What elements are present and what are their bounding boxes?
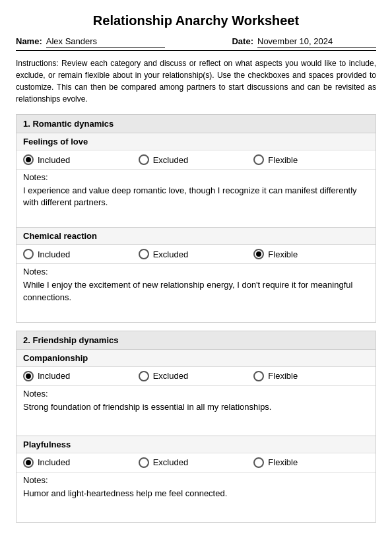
instructions-text: Instructions: Review each category and d…: [16, 57, 376, 105]
cat-companionship-title: Companionship: [16, 350, 376, 366]
cat-chemical-reaction-notes-text: While I enjoy the excitement of new rela…: [16, 277, 376, 308]
cat-playfulness-radio-excluded: [139, 457, 149, 468]
cat-chemical-reaction-option-included[interactable]: Included: [23, 249, 139, 259]
cat-chemical-reaction-radio-flexible: [253, 249, 264, 259]
cat-chemical-reaction: Chemical reactionIncludedExcludedFlexibl…: [16, 227, 376, 321]
cat-companionship-notes-extra: [16, 422, 376, 436]
cat-chemical-reaction-option-excluded[interactable]: Excluded: [139, 249, 254, 259]
cat-companionship-radio-included: [23, 371, 34, 381]
cat-companionship-label-flexible: Flexible: [268, 371, 298, 381]
cat-chemical-reaction-notes-label: Notes:: [23, 267, 48, 277]
cat-feelings-of-love-radio-row: IncludedExcludedFlexible: [16, 150, 376, 169]
cat-playfulness-label-included: Included: [38, 457, 70, 467]
cat-feelings-of-love-option-included[interactable]: Included: [23, 154, 139, 165]
name-label: Name:: [16, 36, 42, 46]
cat-chemical-reaction-option-flexible[interactable]: Flexible: [253, 249, 369, 259]
cat-playfulness-notes-extra: [16, 509, 376, 522]
cat-feelings-of-love-radio-excluded: [139, 154, 149, 165]
cat-playfulness-option-excluded[interactable]: Excluded: [139, 457, 254, 468]
cat-feelings-of-love-label-excluded: Excluded: [153, 155, 188, 165]
cat-companionship-notes-label: Notes:: [23, 389, 48, 399]
cat-chemical-reaction-label-included: Included: [38, 249, 70, 259]
cat-playfulness-notes-text: Humor and light-heartedness help me feel…: [16, 485, 376, 509]
cat-playfulness-label-excluded: Excluded: [153, 457, 188, 467]
cat-chemical-reaction-radio-row: IncludedExcludedFlexible: [16, 244, 376, 263]
cat-playfulness: PlayfulnessIncludedExcludedFlexibleNotes…: [16, 436, 376, 522]
cat-playfulness-radio-flexible: [253, 457, 264, 468]
section-1-header: 1. Romantic dynamics: [16, 115, 376, 133]
cat-playfulness-option-flexible[interactable]: Flexible: [253, 457, 369, 468]
cat-chemical-reaction-notes-label-row: Notes:: [16, 263, 376, 277]
cat-playfulness-radio-row: IncludedExcludedFlexible: [16, 453, 376, 472]
cat-feelings-of-love-notes-label-row: Notes:: [16, 169, 376, 182]
cat-feelings-of-love-title: Feelings of love: [16, 133, 376, 150]
cat-feelings-of-love-option-excluded[interactable]: Excluded: [139, 154, 254, 165]
cat-companionship-radio-flexible: [253, 371, 264, 381]
cat-playfulness-notes-label-row: Notes:: [16, 472, 376, 485]
cat-chemical-reaction-notes-extra: [16, 309, 376, 322]
cat-chemical-reaction-label-excluded: Excluded: [153, 249, 188, 259]
cat-playfulness-label-flexible: Flexible: [268, 457, 298, 467]
cat-feelings-of-love-label-flexible: Flexible: [268, 155, 298, 165]
section-2: 2. Friendship dynamicsCompanionshipInclu…: [16, 331, 376, 523]
date-label: Date:: [232, 36, 253, 46]
cat-feelings-of-love-notes-label: Notes:: [23, 172, 48, 182]
cat-playfulness-radio-included: [23, 457, 34, 468]
section-2-header: 2. Friendship dynamics: [16, 331, 376, 349]
cat-companionship-label-included: Included: [38, 371, 70, 381]
cat-feelings-of-love-notes-text: I experience and value deep romantic lov…: [16, 182, 376, 214]
cat-companionship: CompanionshipIncludedExcludedFlexibleNot…: [16, 349, 376, 436]
header-row: Name: Alex Sanders Date: November 10, 20…: [16, 36, 376, 51]
cat-chemical-reaction-label-flexible: Flexible: [268, 249, 298, 259]
cat-playfulness-title: Playfulness: [16, 436, 376, 453]
name-field: Name: Alex Sanders: [16, 36, 165, 48]
section-1: 1. Romantic dynamicsFeelings of loveIncl…: [16, 114, 376, 323]
cat-companionship-option-excluded[interactable]: Excluded: [139, 371, 254, 381]
cat-chemical-reaction-radio-excluded: [139, 249, 149, 259]
cat-chemical-reaction-radio-included: [23, 249, 34, 259]
cat-feelings-of-love-option-flexible[interactable]: Flexible: [253, 154, 369, 165]
cat-feelings-of-love-radio-included: [23, 154, 34, 165]
cat-companionship-label-excluded: Excluded: [153, 371, 188, 381]
cat-companionship-notes-text: Strong foundation of friendship is essen…: [16, 399, 376, 422]
cat-playfulness-notes-label: Notes:: [23, 475, 48, 485]
cat-chemical-reaction-title: Chemical reaction: [16, 228, 376, 244]
date-field: Date: November 10, 2024: [232, 36, 376, 48]
name-value: Alex Sanders: [46, 36, 165, 48]
cat-companionship-option-included[interactable]: Included: [23, 371, 139, 381]
cat-playfulness-option-included[interactable]: Included: [23, 457, 139, 468]
cat-companionship-radio-row: IncludedExcludedFlexible: [16, 366, 376, 385]
sections-container: 1. Romantic dynamicsFeelings of loveIncl…: [16, 114, 376, 523]
cat-companionship-option-flexible[interactable]: Flexible: [253, 371, 369, 381]
cat-feelings-of-love-radio-flexible: [253, 154, 264, 165]
cat-feelings-of-love-label-included: Included: [38, 155, 70, 165]
page-title: Relationship Anarchy Worksheet: [16, 13, 376, 28]
cat-feelings-of-love: Feelings of loveIncludedExcludedFlexible…: [16, 133, 376, 227]
cat-feelings-of-love-notes-extra: [16, 214, 376, 227]
cat-companionship-radio-excluded: [139, 371, 149, 381]
cat-companionship-notes-label-row: Notes:: [16, 385, 376, 399]
date-value: November 10, 2024: [257, 36, 376, 48]
